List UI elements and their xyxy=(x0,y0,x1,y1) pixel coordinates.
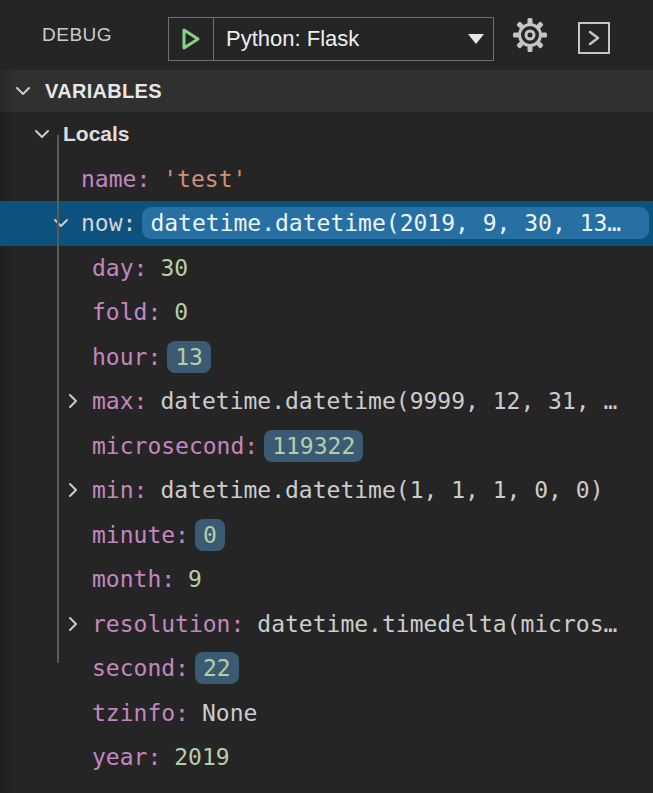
variable-value: datetime.datetime(9999, 12, 31, … xyxy=(160,388,617,414)
debug-configuration-dropdown[interactable]: Python: Flask xyxy=(168,17,494,61)
variables-tree: Locals name:'test'now:datetime.datetime(… xyxy=(0,112,653,780)
variable-name: month: xyxy=(92,566,175,592)
play-icon xyxy=(180,27,202,51)
dropdown-caret-icon xyxy=(459,18,493,60)
variable-name: tzinfo: xyxy=(92,700,189,726)
debug-toolbar: DEBUG Python: Flask xyxy=(0,0,653,70)
variable-value: 119322 xyxy=(264,430,363,462)
gear-icon xyxy=(511,16,549,54)
chevron-down-icon[interactable] xyxy=(49,211,73,235)
variable-row-max[interactable]: max:datetime.datetime(9999, 12, 31, … xyxy=(0,379,653,424)
chevron-spacer xyxy=(61,434,85,458)
variable-row-year[interactable]: year:2019 xyxy=(0,735,653,780)
variable-row-day[interactable]: day:30 xyxy=(0,246,653,291)
variable-value: 30 xyxy=(160,255,188,281)
variables-section-header[interactable]: VARIABLES xyxy=(0,70,653,112)
variable-name: resolution: xyxy=(92,611,244,637)
variable-name: day: xyxy=(92,255,147,281)
chevron-right-icon[interactable] xyxy=(61,478,85,502)
variable-row-minute[interactable]: minute:0 xyxy=(0,513,653,558)
variable-value: 2019 xyxy=(174,744,229,770)
variable-name: minute: xyxy=(92,522,189,548)
debug-console-icon xyxy=(578,22,610,54)
chevron-right-icon[interactable] xyxy=(61,612,85,636)
variable-name: microsecond: xyxy=(92,433,258,459)
debug-configuration-value: Python: Flask xyxy=(214,18,459,60)
variable-row-second[interactable]: second:22 xyxy=(0,646,653,691)
variables-section-label: VARIABLES xyxy=(45,80,162,103)
variable-value: datetime.datetime(1, 1, 1, 0, 0) xyxy=(160,477,603,503)
variable-row-tzinfo[interactable]: tzinfo:None xyxy=(0,691,653,736)
chevron-spacer xyxy=(61,701,85,725)
chevron-spacer xyxy=(61,300,85,324)
variable-row-fold[interactable]: fold:0 xyxy=(0,290,653,335)
variable-name: name: xyxy=(81,166,150,192)
variable-name: now: xyxy=(81,210,136,236)
variable-row-hour[interactable]: hour:13 xyxy=(0,335,653,380)
debug-sidebar: DEBUG Python: Flask xyxy=(0,0,653,793)
variable-value: datetime.timedelta(micros… xyxy=(257,611,617,637)
debug-panel-title: DEBUG xyxy=(42,0,112,70)
debug-console-button[interactable] xyxy=(574,18,614,58)
variable-value: 0 xyxy=(174,299,188,325)
chevron-down-icon xyxy=(13,81,33,101)
start-debugging-button[interactable] xyxy=(169,18,214,60)
chevron-right-icon[interactable] xyxy=(61,389,85,413)
chevron-spacer xyxy=(61,345,85,369)
variable-name: fold: xyxy=(92,299,161,325)
variable-value: 13 xyxy=(167,341,211,373)
variable-value: datetime.datetime(2019, 9, 30, 13… xyxy=(142,207,649,239)
indent-guide xyxy=(57,135,59,663)
variable-name: year: xyxy=(92,744,161,770)
variable-row-month[interactable]: month:9 xyxy=(0,557,653,602)
variable-value: None xyxy=(202,700,257,726)
settings-button[interactable] xyxy=(509,14,551,56)
variable-name: second: xyxy=(92,655,189,681)
variable-value: 9 xyxy=(188,566,202,592)
chevron-spacer xyxy=(61,656,85,680)
chevron-spacer xyxy=(49,167,73,191)
chevron-spacer xyxy=(61,745,85,769)
variable-name: max: xyxy=(92,388,147,414)
variable-value: 0 xyxy=(195,519,225,551)
chevron-spacer xyxy=(61,256,85,280)
variable-row-now[interactable]: now:datetime.datetime(2019, 9, 30, 13… xyxy=(0,201,653,246)
scope-row-locals[interactable]: Locals xyxy=(0,112,653,157)
variable-value: 22 xyxy=(195,652,239,684)
variable-row-name[interactable]: name:'test' xyxy=(0,157,653,202)
chevron-spacer xyxy=(61,567,85,591)
variable-row-microsecond[interactable]: microsecond:119322 xyxy=(0,424,653,469)
variable-row-min[interactable]: min:datetime.datetime(1, 1, 1, 0, 0) xyxy=(0,468,653,513)
variable-row-resolution[interactable]: resolution:datetime.timedelta(micros… xyxy=(0,602,653,647)
variable-name: min: xyxy=(92,477,147,503)
variable-value: 'test' xyxy=(163,166,246,192)
variable-name: hour: xyxy=(92,344,161,370)
chevron-down-icon[interactable] xyxy=(30,122,54,146)
scope-label: Locals xyxy=(63,122,130,146)
chevron-spacer xyxy=(61,523,85,547)
